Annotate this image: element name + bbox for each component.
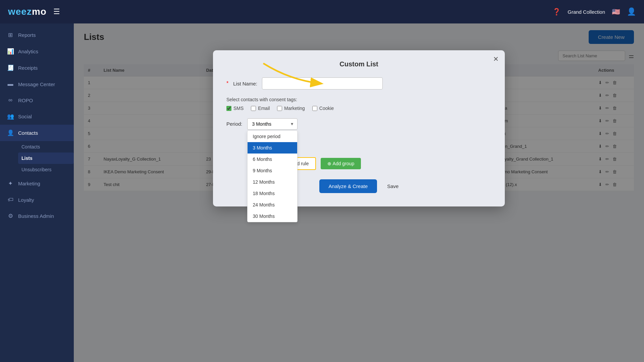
sidebar-item-loyalty-label: Loyalty bbox=[18, 197, 34, 203]
dropdown-option-3[interactable]: 3 Months bbox=[248, 142, 297, 154]
dropdown-option-24[interactable]: 24 Months bbox=[248, 199, 297, 210]
sidebar-item-analytics[interactable]: 📊 Analytics bbox=[0, 43, 74, 60]
modal-close-button[interactable]: ✕ bbox=[493, 55, 499, 63]
business-admin-icon: ⚙ bbox=[7, 213, 14, 220]
sidebar-sub-item-lists[interactable]: Lists bbox=[18, 153, 74, 164]
email-label: Email bbox=[258, 106, 270, 111]
sidebar-item-contacts[interactable]: 👤 Contacts bbox=[0, 125, 74, 141]
logo: weezmo bbox=[8, 6, 47, 17]
dropdown-option-12[interactable]: 12 Months bbox=[248, 176, 297, 188]
sidebar-item-social[interactable]: 👥 Social bbox=[0, 108, 74, 125]
sidebar-item-reports-label: Reports bbox=[18, 32, 36, 38]
marketing-checkbox[interactable] bbox=[277, 106, 282, 111]
sidebar-sub-item-contacts[interactable]: Contacts bbox=[18, 141, 74, 153]
checkbox-email[interactable]: Email bbox=[251, 106, 270, 111]
sidebar-item-loyalty[interactable]: 🏷 Loyalty bbox=[0, 192, 74, 208]
checkbox-marketing[interactable]: Marketing bbox=[277, 106, 305, 111]
main-layout: ⊞ Reports 📊 Analytics 🧾 Receipts ▬ Messa… bbox=[0, 23, 644, 362]
sidebar-item-marketing-label: Marketing bbox=[18, 181, 40, 186]
save-button[interactable]: Save bbox=[387, 183, 398, 189]
sidebar-item-ropo-label: ROPO bbox=[18, 98, 33, 103]
top-nav: weezmo ☰ ❓ Grand Collection 🇺🇸 👤 bbox=[0, 0, 644, 23]
checkbox-group: SMS Email Marketing Cookie bbox=[226, 106, 491, 111]
sidebar-item-message-center[interactable]: ▬ Message Center bbox=[0, 76, 74, 92]
period-select[interactable]: Ignore period3 Months6 Months9 Months12 … bbox=[247, 118, 298, 130]
dropdown-option-6[interactable]: 6 Months bbox=[248, 154, 297, 165]
custom-list-modal: ✕ Custom List * List Name: Select contac… bbox=[213, 50, 505, 206]
cookie-label: Cookie bbox=[319, 106, 334, 111]
ropo-icon: ∞ bbox=[7, 97, 14, 104]
sidebar-sub-contacts: Contacts Lists Unsubscribers bbox=[0, 141, 74, 175]
reports-icon: ⊞ bbox=[7, 32, 14, 39]
consent-section: Select contacts with consent tags: SMS E… bbox=[226, 97, 491, 111]
nav-left: weezmo ☰ bbox=[8, 6, 60, 17]
email-checkbox[interactable] bbox=[251, 106, 256, 111]
loyalty-icon: 🏷 bbox=[7, 196, 14, 203]
consent-section-label: Select contacts with consent tags: bbox=[226, 97, 491, 102]
social-icon: 👥 bbox=[7, 113, 14, 120]
user-avatar-icon[interactable]: 👤 bbox=[627, 7, 636, 16]
sidebar-item-marketing[interactable]: ✦ Marketing bbox=[0, 175, 74, 192]
receipts-icon: 🧾 bbox=[7, 64, 14, 71]
sidebar-item-reports[interactable]: ⊞ Reports bbox=[0, 27, 74, 43]
sidebar-item-receipts[interactable]: 🧾 Receipts bbox=[0, 60, 74, 76]
sidebar-item-business-admin[interactable]: ⚙ Business Admin bbox=[0, 208, 74, 224]
sms-checkbox[interactable] bbox=[226, 106, 231, 111]
period-select-wrapper: Ignore period3 Months6 Months9 Months12 … bbox=[247, 118, 298, 130]
checkbox-cookie[interactable]: Cookie bbox=[312, 106, 334, 111]
sidebar-item-message-center-label: Message Center bbox=[18, 81, 55, 87]
dropdown-option-9[interactable]: 9 Months bbox=[248, 165, 297, 176]
help-icon[interactable]: ❓ bbox=[552, 8, 561, 16]
dropdown-option-18[interactable]: 18 Months bbox=[248, 188, 297, 199]
marketing-icon: ✦ bbox=[7, 180, 14, 187]
contacts-icon: 👤 bbox=[7, 129, 14, 136]
sidebar-item-contacts-label: Contacts bbox=[18, 130, 38, 136]
content-area: Lists Create New ⚌ # List Name Date Crea… bbox=[74, 23, 644, 362]
sms-label: SMS bbox=[233, 106, 244, 111]
list-name-label: List Name: bbox=[233, 81, 257, 86]
rules-area: + Add rule ⊕ Add group bbox=[280, 157, 491, 170]
marketing-label: Marketing bbox=[284, 106, 305, 111]
add-group-button[interactable]: ⊕ Add group bbox=[321, 158, 361, 169]
flag-icon: 🇺🇸 bbox=[612, 8, 620, 16]
nav-right: ❓ Grand Collection 🇺🇸 👤 bbox=[552, 7, 636, 16]
period-row: Period: Ignore period3 Months6 Months9 M… bbox=[226, 118, 491, 130]
sidebar-sub-item-unsubscribers[interactable]: Unsubscribers bbox=[18, 164, 74, 175]
analytics-icon: 📊 bbox=[7, 48, 14, 55]
list-name-input[interactable] bbox=[262, 77, 383, 89]
sidebar-item-ropo[interactable]: ∞ ROPO bbox=[0, 92, 74, 108]
sidebar-item-business-admin-label: Business Admin bbox=[18, 213, 54, 219]
sidebar: ⊞ Reports 📊 Analytics 🧾 Receipts ▬ Messa… bbox=[0, 23, 74, 362]
required-star: * bbox=[226, 80, 228, 86]
sidebar-item-social-label: Social bbox=[18, 114, 32, 119]
org-name: Grand Collection bbox=[568, 9, 605, 15]
dropdown-option-30[interactable]: 30 Months bbox=[248, 210, 297, 222]
period-label: Period: bbox=[226, 118, 243, 127]
modal-title: Custom List bbox=[226, 60, 491, 68]
message-center-icon: ▬ bbox=[7, 81, 14, 87]
sidebar-item-analytics-label: Analytics bbox=[18, 49, 38, 54]
checkbox-sms[interactable]: SMS bbox=[226, 106, 244, 111]
hamburger-icon[interactable]: ☰ bbox=[53, 7, 60, 16]
sidebar-item-receipts-label: Receipts bbox=[18, 65, 38, 71]
modal-overlay: ✕ Custom List * List Name: Select contac… bbox=[74, 23, 644, 362]
list-name-row: * List Name: bbox=[226, 77, 491, 89]
dropdown-option-ignore[interactable]: Ignore period bbox=[248, 131, 297, 142]
period-dropdown-menu[interactable]: Ignore period3 Months6 Months9 Months12 … bbox=[247, 130, 298, 222]
cookie-checkbox[interactable] bbox=[312, 106, 317, 111]
analyze-create-button[interactable]: Analyze & Create bbox=[319, 179, 377, 193]
